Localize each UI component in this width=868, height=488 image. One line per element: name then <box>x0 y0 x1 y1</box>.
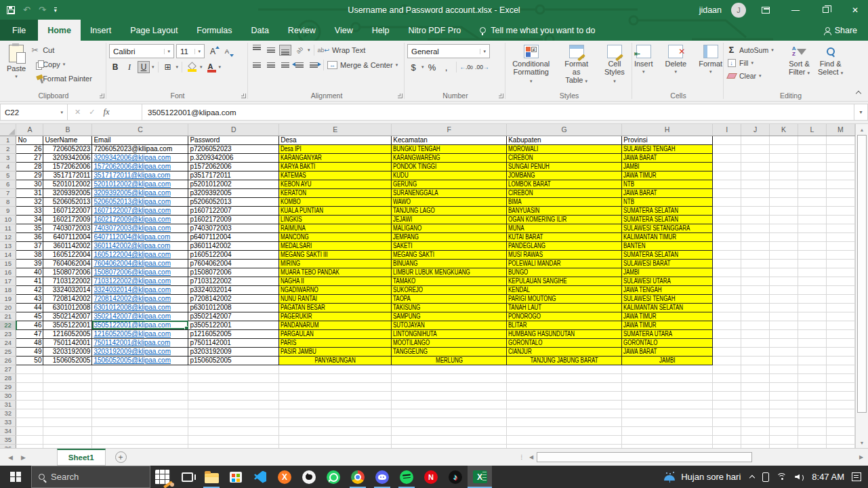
cell-C27[interactable] <box>92 365 188 373</box>
cell-K12[interactable] <box>770 232 798 241</box>
cell-I1[interactable] <box>713 136 741 144</box>
taskbar-task-view-icon[interactable] <box>175 466 199 488</box>
cell-B32[interactable] <box>43 409 92 418</box>
tab-insert[interactable]: Insert <box>81 20 121 41</box>
cell-E31[interactable] <box>279 400 392 409</box>
cell-M29[interactable] <box>826 382 854 391</box>
cell-L23[interactable] <box>798 329 826 338</box>
cell-I30[interactable] <box>713 391 741 400</box>
cell-K7[interactable] <box>770 188 798 197</box>
cell-B34[interactable] <box>43 426 92 435</box>
align-center-button[interactable] <box>265 60 277 70</box>
cell-I23[interactable] <box>713 329 741 338</box>
cell-G33[interactable] <box>507 418 622 426</box>
column-header-K[interactable]: K <box>770 124 798 136</box>
cell-L15[interactable] <box>798 259 826 268</box>
cell-L29[interactable] <box>798 382 826 391</box>
increase-font-button[interactable]: A <box>207 45 219 58</box>
cell-F35[interactable] <box>392 435 507 444</box>
cell-I9[interactable] <box>713 206 741 215</box>
cell-G23[interactable]: HUMBANG HASUNDUTAN <box>507 329 622 338</box>
cell-B33[interactable] <box>43 418 92 426</box>
cell-M19[interactable] <box>826 294 854 303</box>
cell-K2[interactable] <box>770 144 798 153</box>
tab-help[interactable]: Help <box>363 20 399 41</box>
cell-F29[interactable] <box>392 382 507 391</box>
cell-G31[interactable] <box>507 400 622 409</box>
cell-J8[interactable] <box>741 197 770 206</box>
cell-H29[interactable] <box>622 382 713 391</box>
cell-J4[interactable] <box>741 162 770 171</box>
cell-G35[interactable] <box>507 435 622 444</box>
increase-decimal-button[interactable]: ←.00 <box>460 61 474 73</box>
cell-J21[interactable] <box>741 312 770 321</box>
cell-B3[interactable]: 3209342006 <box>43 153 92 162</box>
cell-H7[interactable]: JAWA BARAT <box>622 188 713 197</box>
cell-G32[interactable] <box>507 409 622 418</box>
cell-L33[interactable] <box>798 418 826 426</box>
cell-M14[interactable] <box>826 250 854 259</box>
volume-icon[interactable] <box>795 473 804 481</box>
horizontal-scrollbar[interactable]: ◀ ▶ <box>526 449 868 466</box>
cell-I2[interactable] <box>713 144 741 153</box>
cell-E15[interactable]: MIRING <box>279 259 392 268</box>
cell-J23[interactable] <box>741 329 770 338</box>
cell-K34[interactable] <box>770 426 798 435</box>
cell-K27[interactable] <box>770 365 798 373</box>
cell-A31[interactable] <box>16 400 43 409</box>
cell-K11[interactable] <box>770 224 798 232</box>
cell-J33[interactable] <box>741 418 770 426</box>
column-header-F[interactable]: F <box>392 124 507 136</box>
insert-function-icon[interactable]: fx <box>103 107 109 117</box>
clear-button[interactable]: Clear▾ <box>726 70 785 81</box>
increase-indent-button[interactable] <box>308 60 320 70</box>
cell-J26[interactable] <box>741 356 770 365</box>
tab-splitter[interactable]: ⁞ <box>518 449 526 466</box>
cell-B35[interactable] <box>43 435 92 444</box>
cell-H26[interactable]: JAMBI <box>622 356 713 365</box>
start-button[interactable] <box>0 466 31 488</box>
row-header-20[interactable]: 20 <box>0 303 16 312</box>
cell-B22[interactable]: 3505122001 <box>43 321 92 329</box>
cell-C8[interactable]: 5206052013@klipaa.com <box>92 197 188 206</box>
cell-K3[interactable] <box>770 153 798 162</box>
cell-D31[interactable] <box>188 400 279 409</box>
cell-F16[interactable]: LIMBUR LUBUK MENGKUANG <box>392 268 507 277</box>
cell-F31[interactable] <box>392 400 507 409</box>
vertical-scroll-thumb[interactable] <box>857 135 867 413</box>
cell-F30[interactable] <box>392 391 507 400</box>
cell-C34[interactable] <box>92 426 188 435</box>
cell-M33[interactable] <box>826 418 854 426</box>
cell-A30[interactable] <box>16 391 43 400</box>
cell-M18[interactable] <box>826 285 854 294</box>
cell-M15[interactable] <box>826 259 854 268</box>
cell-G4[interactable]: SUNGAI PENUH <box>507 162 622 171</box>
cell-D16[interactable]: p1508072006 <box>188 268 279 277</box>
cell-J12[interactable] <box>741 232 770 241</box>
taskbar-discord-icon[interactable] <box>370 466 394 488</box>
cell-H2[interactable]: SULAWESI TENGAH <box>622 144 713 153</box>
cell-C30[interactable] <box>92 391 188 400</box>
cell-M26[interactable] <box>826 356 854 365</box>
cell-M17[interactable] <box>826 277 854 285</box>
cell-H14[interactable]: SUMATERA SELATAN <box>622 250 713 259</box>
cell-D14[interactable]: p1605122004 <box>188 250 279 259</box>
borders-button[interactable]: ⊞ <box>162 61 174 73</box>
cell-C33[interactable] <box>92 418 188 426</box>
cell-M8[interactable] <box>826 197 854 206</box>
cell-C7[interactable]: 3209392005@klipaa.com <box>92 188 188 197</box>
cell-G7[interactable]: CIREBON <box>507 188 622 197</box>
taskbar-whatsapp-icon[interactable] <box>321 466 346 488</box>
cell-M3[interactable] <box>826 153 854 162</box>
cell-I27[interactable] <box>713 365 741 373</box>
cell-C31[interactable] <box>92 400 188 409</box>
cell-M30[interactable] <box>826 391 854 400</box>
cell-E12[interactable]: MANCONG <box>279 232 392 241</box>
cell-L13[interactable] <box>798 241 826 250</box>
cell-D32[interactable] <box>188 409 279 418</box>
cell-I21[interactable] <box>713 312 741 321</box>
row-header-6[interactable]: 6 <box>0 180 16 188</box>
cell-K13[interactable] <box>770 241 798 250</box>
cell-C4[interactable]: 1572062006@klipaa.com <box>92 162 188 171</box>
cell-G8[interactable]: BIMA <box>507 197 622 206</box>
